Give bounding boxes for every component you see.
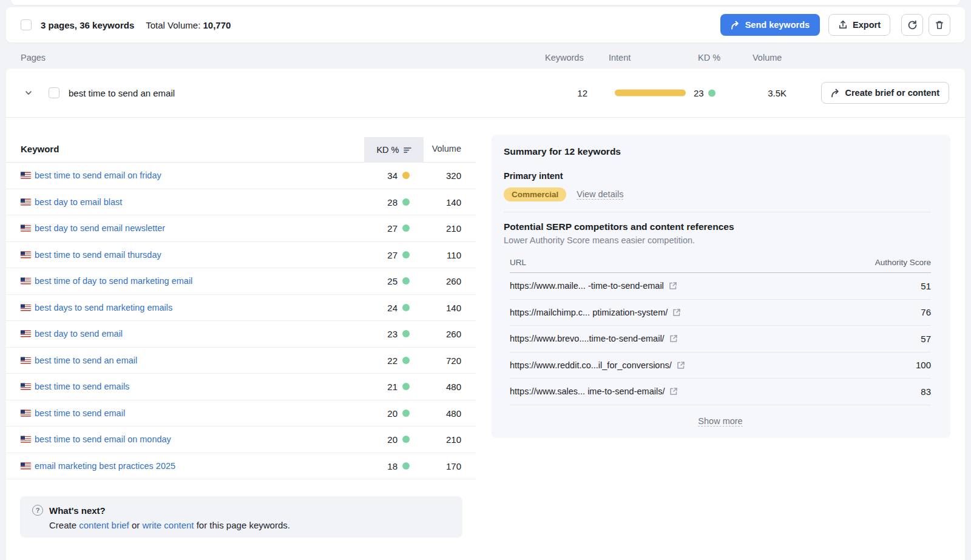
delete-button[interactable] [929,14,950,36]
keyword-kd: 20 [355,408,398,418]
keyword-link[interactable]: best days to send marketing emails [35,303,172,312]
keyword-link[interactable]: best time to send email [35,408,125,418]
keyword-link[interactable]: best time to send an email [35,356,137,365]
keyword-link[interactable]: email marketing best practices 2025 [35,461,175,471]
us-flag-icon [21,436,31,443]
show-more-link[interactable]: Show more [698,416,742,427]
us-flag-icon [21,172,31,179]
export-icon [838,20,848,30]
us-flag-icon [21,331,31,337]
serp-url: https://www.brevo....time-to-send-email/ [510,334,665,343]
send-keywords-button[interactable]: Send keywords [720,14,820,36]
column-kd: KD % [698,53,720,62]
external-link-icon[interactable] [669,282,677,290]
keyword-link[interactable]: best day to email blast [35,197,122,207]
keyword-volume: 480 [407,382,461,392]
keyword-kd: 23 [355,329,398,339]
keyword-row: best time to send an email 22 720 [6,348,476,374]
write-content-link[interactable]: write content [142,520,194,530]
serp-url-row: https://www.maile... -time-to-send-email… [510,273,931,300]
serp-url-table: URL Authority Score https://www.maile...… [510,258,931,427]
keyword-row: best day to send email 23 260 [6,321,476,348]
keyword-volume: 260 [407,276,461,286]
page-keywords-count: 12 [539,88,587,98]
create-brief-button[interactable]: Create brief or content [821,82,950,104]
us-flag-icon [21,251,31,258]
keyword-kd: 21 [355,382,398,392]
authority-score: 83 [921,386,931,397]
us-flag-icon [21,225,31,232]
serp-url-row: https://www.sales... ime-to-send-emails/… [510,379,931,405]
keyword-row: best time to send email on monday 20 210 [6,427,476,453]
us-flag-icon [21,198,31,205]
view-details-link[interactable]: View details [577,189,623,200]
trash-icon [935,20,944,30]
selection-toolbar: 3 pages, 36 keywords Total Volume: 10,77… [6,7,965,42]
external-link-icon[interactable] [669,387,678,396]
sort-desc-icon [404,147,411,153]
keyword-volume: 110 [407,249,461,260]
kd-status-dot [708,89,716,96]
refresh-icon [907,20,918,30]
keyword-link[interactable]: best time to send email on monday [35,434,171,444]
create-brief-arrow-icon [831,89,841,98]
export-button[interactable]: Export [828,14,890,36]
keyword-row: best day to email blast 28 140 [6,189,476,216]
header-kd-sorted[interactable]: KD % [364,137,424,163]
page-card: best time to send an email 12 23 3.5K Cr… [6,69,965,560]
authority-score: 76 [921,307,931,317]
keyword-row: best time to send email on friday 34 320 [6,163,476,189]
serp-url-row: https://www.brevo....time-to-send-email/… [510,326,931,353]
page-title: best time to send an email [69,88,175,98]
keyword-link[interactable]: best time to send email on friday [35,170,161,180]
pages-header-row: Pages Keywords Intent KD % Volume [0,51,971,67]
serp-url: https://www.maile... -time-to-send-email [510,281,664,291]
keyword-link[interactable]: best time of day to send marketing email [35,276,192,286]
whats-next-text: Create content brief or write content fo… [49,520,450,530]
page-detail: Keyword KD % Volume best time to send em… [6,118,965,560]
external-link-icon[interactable] [677,361,685,369]
keyword-link[interactable]: best day to send email [35,329,123,339]
header-keyword: Keyword [21,144,59,154]
us-flag-icon [21,462,31,469]
us-flag-icon [21,383,31,390]
page-row[interactable]: best time to send an email 12 23 3.5K Cr… [6,69,965,118]
serp-url: https://mailchimp.c... ptimization-syste… [510,308,668,317]
keyword-volume: 140 [407,302,461,312]
keyword-row: best time to send emails 21 480 [6,374,476,400]
serp-subtitle: Lower Authority Score means easier compe… [504,235,931,245]
column-pages: Pages [21,53,46,62]
external-link-icon[interactable] [669,334,678,343]
page-kd: 23 [694,88,730,98]
chevron-down-icon[interactable] [24,89,33,97]
keyword-volume: 210 [407,223,461,234]
keyword-row: best time of day to send marketing email… [6,268,476,295]
refresh-button[interactable] [901,14,923,36]
keyword-row: best day to send email newsletter 27 210 [6,215,476,242]
whats-next-box: ? What's next? Create content brief or w… [20,496,462,538]
keyword-link[interactable]: best time to send email thursday [35,250,161,260]
page-checkbox[interactable] [49,87,59,98]
selection-summary: 3 pages, 36 keywords [41,20,134,30]
serp-url: https://www.reddit.co...il_for_conversio… [510,360,672,370]
select-all-checkbox[interactable] [21,19,32,30]
content-brief-link[interactable]: content brief [79,520,129,530]
keyword-volume: 210 [407,434,461,445]
score-column-header: Authority Score [875,258,931,267]
header-volume[interactable]: Volume [432,144,461,153]
keyword-row: best time to send email 20 480 [6,400,476,427]
keyword-table: Keyword KD % Volume best time to send em… [6,137,476,479]
external-link-icon[interactable] [672,308,681,317]
us-flag-icon [21,304,31,311]
keyword-volume: 720 [407,355,461,365]
keyword-link[interactable]: best day to send email newsletter [35,223,165,233]
keyword-kd: 18 [355,460,398,471]
keyword-volume: 480 [407,408,461,418]
summary-panel: Summary for 12 keywords Primary intent C… [492,135,950,438]
primary-intent-label: Primary intent [504,171,931,181]
serp-url-row: https://mailchimp.c... ptimization-syste… [510,300,931,326]
keyword-link[interactable]: best time to send emails [35,382,129,391]
url-column-header: URL [510,258,526,267]
serp-url: https://www.sales... ime-to-send-emails/ [510,386,665,396]
keyword-kd: 22 [355,355,398,365]
